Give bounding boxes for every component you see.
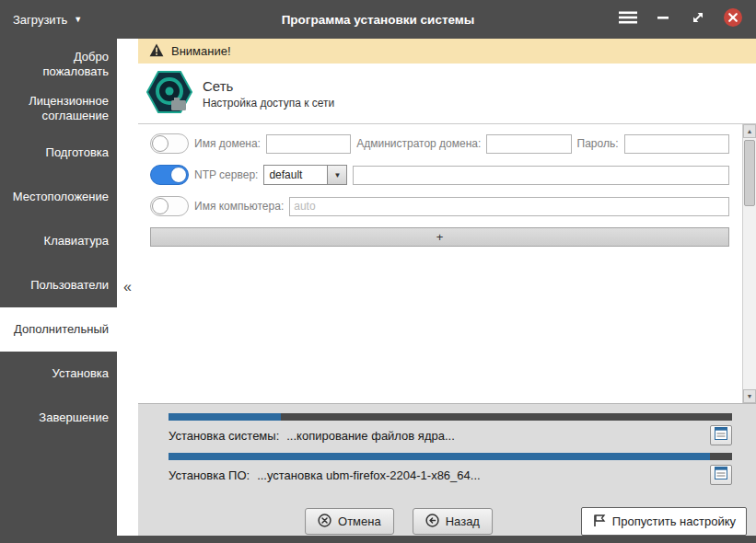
sidebar-item-users[interactable]: Пользователи <box>0 263 117 307</box>
dropdown-arrow-icon: ▼ <box>327 165 347 185</box>
scrollbar-thumb[interactable] <box>744 140 755 206</box>
ntp-row: NTP сервер: default ▼ <box>150 165 729 185</box>
log-icon <box>715 427 727 444</box>
app-body: Добро пожаловать Лицензионное соглашение… <box>0 39 756 536</box>
domain-name-label: Имя домена: <box>194 137 261 150</box>
warning-banner: Внимание! <box>138 39 756 64</box>
network-form: Имя домена: Администратор домена: Пароль… <box>138 124 742 403</box>
close-button[interactable] <box>721 7 745 31</box>
sidebar-item-additional[interactable]: Дополнительный <box>0 307 117 352</box>
skip-button-label: Пропустить настройку <box>612 514 736 528</box>
resize-diagonal-icon <box>691 10 705 29</box>
sidebar-item-label: Пользователи <box>30 278 109 293</box>
titlebar: Загрузить ▼ Программа установки системы <box>0 0 756 39</box>
sidebar-item-label: Лицензионное соглашение <box>8 94 109 124</box>
sidebar-item-keyboard[interactable]: Клавиатура <box>0 219 117 263</box>
cancel-circle-x-icon <box>318 514 331 530</box>
maximize-button[interactable] <box>686 7 710 31</box>
toggle-knob <box>170 167 187 183</box>
form-area: Имя домена: Администратор домена: Пароль… <box>138 124 756 404</box>
software-progress-bar <box>169 453 732 460</box>
hostname-label: Имя компьютера: <box>194 200 284 213</box>
domain-password-input[interactable] <box>624 134 729 154</box>
sidebar-item-preparation[interactable]: Подготовка <box>0 131 117 175</box>
system-progress-fill <box>169 413 281 421</box>
sidebar-item-license[interactable]: Лицензионное соглашение <box>0 87 117 131</box>
domain-admin-input[interactable] <box>486 134 571 154</box>
hostname-toggle[interactable] <box>150 196 189 216</box>
software-progress-fill <box>169 453 710 460</box>
sidebar-item-label: Завершение <box>39 410 109 425</box>
sidebar-item-installation[interactable]: Установка <box>0 352 117 396</box>
warning-icon <box>149 43 164 60</box>
software-progress-row: Установка ПО: ...установка ubm-firefox-2… <box>169 465 732 485</box>
progress-panel: Установка системы: ...копирование файлов… <box>138 404 756 536</box>
minimize-icon <box>657 11 669 28</box>
system-log-button[interactable] <box>710 425 732 445</box>
domain-admin-label: Администратор домена: <box>356 137 481 150</box>
ntp-server-select[interactable]: default ▼ <box>263 165 347 185</box>
load-button-label: Загрузить <box>13 13 67 27</box>
footer-buttons: Отмена Назад Пропустить н <box>169 507 747 536</box>
installer-window: Загрузить ▼ Программа установки системы <box>0 0 756 543</box>
toggle-knob <box>152 135 169 152</box>
system-progress-status: ...копирование файлов ядра... <box>286 429 455 443</box>
chevron-down-icon: ▼ <box>74 16 82 24</box>
domain-password-label: Пароль: <box>577 137 619 150</box>
system-progress-label: Установка системы: <box>169 429 279 443</box>
scrollbar-track[interactable] <box>743 138 756 389</box>
window-bottom-edge <box>0 536 756 543</box>
scroll-up-button[interactable]: ▲ <box>743 124 756 138</box>
sidebar-item-label: Установка <box>52 366 109 381</box>
sidebar-item-label: Дополнительный <box>14 322 109 337</box>
ntp-toggle[interactable] <box>150 165 189 185</box>
domain-name-input[interactable] <box>266 134 351 154</box>
sidebar-item-location[interactable]: Местоположение <box>0 175 117 219</box>
sidebar-collapse-button[interactable]: « <box>121 273 134 301</box>
sidebar-item-label: Добро пожаловать <box>8 50 109 80</box>
close-icon <box>723 7 743 31</box>
system-progress-row: Установка системы: ...копирование файлов… <box>169 425 732 445</box>
section-title: Сеть <box>203 78 334 94</box>
system-progress-bar <box>169 413 732 421</box>
software-log-button[interactable] <box>710 465 732 485</box>
sidebar-item-label: Подготовка <box>46 145 109 160</box>
footer-center-buttons: Отмена Назад <box>305 508 493 535</box>
log-icon <box>715 467 727 483</box>
menu-button[interactable] <box>616 7 640 31</box>
main-content: Внимание! Сеть Настройка доступа к сет <box>138 39 756 536</box>
window-controls <box>616 7 756 31</box>
software-progress-label: Установка ПО: <box>169 468 250 482</box>
vertical-scrollbar[interactable]: ▲ ▼ <box>742 124 756 403</box>
domain-toggle[interactable] <box>150 133 189 154</box>
skip-setup-button[interactable]: Пропустить настройку <box>581 507 747 536</box>
scroll-down-button[interactable]: ▼ <box>743 389 756 403</box>
warning-text: Внимание! <box>171 44 231 58</box>
back-button[interactable]: Назад <box>413 508 493 535</box>
steps-sidebar: Добро пожаловать Лицензионное соглашение… <box>0 39 117 536</box>
sidebar-item-label: Клавиатура <box>44 234 109 248</box>
hostname-row: Имя компьютера: <box>150 196 729 216</box>
hostname-input[interactable] <box>289 197 729 216</box>
ntp-server-input[interactable] <box>353 166 729 185</box>
software-progress-status: ...установка ubm-firefox-2204-1-x86_64..… <box>257 468 481 482</box>
add-row: + <box>150 227 729 247</box>
sidebar-gutter: « <box>117 39 138 536</box>
cancel-button-label: Отмена <box>338 514 381 528</box>
section-header: Сеть Настройка доступа к сети <box>138 64 756 124</box>
minimize-button[interactable] <box>651 7 675 31</box>
load-button[interactable]: Загрузить ▼ <box>0 0 95 39</box>
sidebar-item-label: Местоположение <box>13 190 109 204</box>
toggle-knob <box>152 198 169 214</box>
back-button-label: Назад <box>446 514 480 528</box>
section-subtitle: Настройка доступа к сети <box>203 97 334 110</box>
ntp-server-label: NTP сервер: <box>194 168 258 181</box>
sidebar-item-welcome[interactable]: Добро пожаловать <box>0 42 117 87</box>
add-interface-button[interactable]: + <box>150 227 729 247</box>
sidebar-item-finish[interactable]: Завершение <box>0 396 117 440</box>
skip-flag-icon <box>592 514 606 530</box>
cancel-button[interactable]: Отмена <box>305 508 394 535</box>
hamburger-menu-icon <box>619 11 637 28</box>
network-section-icon <box>146 69 192 119</box>
back-circle-arrow-icon <box>425 514 439 530</box>
